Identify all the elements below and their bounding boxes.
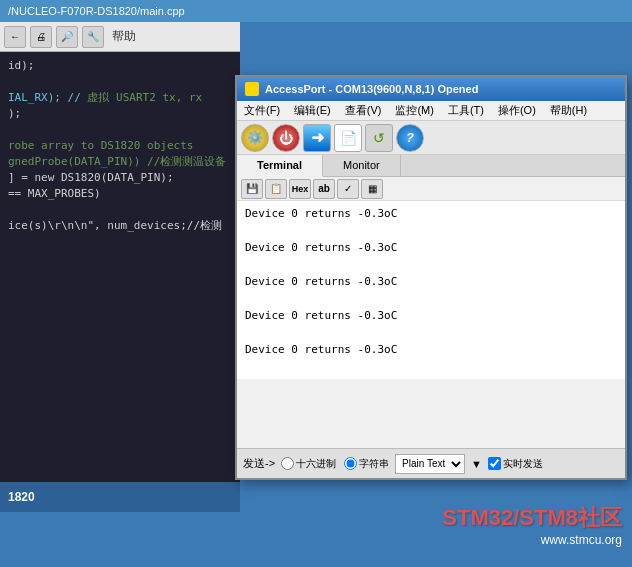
- ide-title-text: /NUCLEO-F070R-DS1820/main.cpp: [8, 5, 185, 17]
- ide-print-btn[interactable]: 🖨: [30, 26, 52, 48]
- ap-menu-file[interactable]: 文件(F): [241, 103, 283, 118]
- ap-ascii-btn[interactable]: ab: [313, 179, 335, 199]
- code-line-10: [0, 202, 240, 218]
- ap-realtime-label: 实时发送: [503, 457, 543, 471]
- ide-back-btn[interactable]: ←: [4, 26, 26, 48]
- ap-window-icon: [245, 82, 259, 96]
- terminal-line-10: [245, 358, 617, 375]
- ap-menu-tools[interactable]: 工具(T): [445, 103, 487, 118]
- ap-doc-btn[interactable]: 📄: [334, 124, 362, 152]
- ap-realtime-checkbox[interactable]: [488, 457, 501, 470]
- ide-code-area: id); IAL_RX); // 虚拟 USART2 tx, rx ); rob…: [0, 52, 240, 482]
- terminal-line-9: Device 0 returns -0.3oC: [245, 341, 617, 358]
- ap-save-btn[interactable]: 💾: [241, 179, 263, 199]
- ap-title-text: AccessPort - COM13(9600,N,8,1) Opened: [265, 83, 478, 95]
- ap-grid-btn[interactable]: ▦: [361, 179, 383, 199]
- ap-menu-monitor[interactable]: 监控(M): [392, 103, 437, 118]
- ap-text-format-dropdown[interactable]: Plain Text: [395, 454, 465, 474]
- ap-radio-str[interactable]: 字符串: [344, 457, 389, 471]
- ide-search-btn[interactable]: 🔎: [56, 26, 78, 48]
- ap-radio-hex[interactable]: 十六进制: [281, 457, 336, 471]
- ide-tool-btn[interactable]: 🔧: [82, 26, 104, 48]
- terminal-line-8: [245, 324, 617, 341]
- ap-titlebar: AccessPort - COM13(9600,N,8,1) Opened: [237, 77, 625, 101]
- code-line-1: id);: [0, 58, 240, 74]
- ap-refresh-btn[interactable]: ↺: [365, 124, 393, 152]
- watermark-title: STM32/STM8社区: [442, 503, 622, 533]
- code-line-2: [0, 74, 240, 90]
- ap-realtime-send[interactable]: 实时发送: [488, 457, 543, 471]
- ide-bottom-bar: 1820: [0, 482, 240, 512]
- ap-send-bar: 发送-> 十六进制 字符串 Plain Text ▼ 实时发送: [237, 448, 625, 478]
- terminal-line-11: Device 0 returns -0.3oC: [245, 375, 617, 379]
- code-line-4: );: [0, 106, 240, 122]
- code-line-9: == MAX_PROBES): [0, 186, 240, 202]
- ap-hex-btn[interactable]: Hex: [289, 179, 311, 199]
- ap-radio-hex-input[interactable]: [281, 457, 294, 470]
- terminal-line-2: [245, 222, 617, 239]
- code-line-7: gnedProbe(DATA_PIN)) //检测测温设备: [0, 154, 240, 170]
- ide-toolbar: ← 🖨 🔎 🔧 帮助: [0, 22, 240, 52]
- terminal-line-6: [245, 290, 617, 307]
- ap-radio-group: 十六进制 字符串: [281, 457, 389, 471]
- ap-radio-str-label: 字符串: [359, 457, 389, 471]
- code-line-3: IAL_RX); // 虚拟 USART2 tx, rx: [0, 90, 240, 106]
- ap-toolbar2: 💾 📋 Hex ab ✓ ▦: [237, 177, 625, 201]
- code-line-11: ice(s)\r\n\n", num_devices;//检测: [0, 218, 240, 234]
- accessport-window: AccessPort - COM13(9600,N,8,1) Opened 文件…: [235, 75, 627, 480]
- ap-power-btn[interactable]: ⏻: [272, 124, 300, 152]
- ide-titlebar: /NUCLEO-F070R-DS1820/main.cpp: [0, 0, 632, 22]
- ap-menu-operate[interactable]: 操作(O): [495, 103, 539, 118]
- ap-menubar: 文件(F) 编辑(E) 查看(V) 监控(M) 工具(T) 操作(O) 帮助(H…: [237, 101, 625, 121]
- terminal-line-4: [245, 256, 617, 273]
- ap-copy-btn[interactable]: 📋: [265, 179, 287, 199]
- watermark-area: STM32/STM8社区 www.stmcu.org: [442, 503, 622, 547]
- terminal-line-3: Device 0 returns -0.3oC: [245, 239, 617, 256]
- ap-terminal[interactable]: Device 0 returns -0.3oC Device 0 returns…: [237, 201, 625, 379]
- code-line-5: [0, 122, 240, 138]
- ap-send-label: 发送->: [243, 456, 275, 471]
- ap-menu-help[interactable]: 帮助(H): [547, 103, 590, 118]
- ide-bottom-text: 1820: [8, 490, 35, 504]
- terminal-line-5: Device 0 returns -0.3oC: [245, 273, 617, 290]
- ap-settings-btn[interactable]: ⚙️: [241, 124, 269, 152]
- ap-tab-terminal[interactable]: Terminal: [237, 155, 323, 177]
- ap-help-btn[interactable]: ?: [396, 124, 424, 152]
- ap-check-btn[interactable]: ✓: [337, 179, 359, 199]
- ap-tabs: Terminal Monitor: [237, 155, 625, 177]
- ap-tab-monitor[interactable]: Monitor: [323, 155, 401, 176]
- ide-help-label[interactable]: 帮助: [108, 28, 140, 45]
- ap-toolbar: ⚙️ ⏻ ➜ 📄 ↺ ?: [237, 121, 625, 155]
- terminal-line-1: Device 0 returns -0.3oC: [245, 205, 617, 222]
- ap-dropdown-arrow-icon: ▼: [471, 458, 482, 470]
- ap-connect-btn[interactable]: ➜: [303, 124, 331, 152]
- watermark-url: www.stmcu.org: [442, 533, 622, 547]
- ap-radio-str-input[interactable]: [344, 457, 357, 470]
- ap-menu-view[interactable]: 查看(V): [342, 103, 385, 118]
- code-line-8: ] = new DS1820(DATA_PIN);: [0, 170, 240, 186]
- ap-radio-hex-label: 十六进制: [296, 457, 336, 471]
- terminal-line-7: Device 0 returns -0.3oC: [245, 307, 617, 324]
- ap-menu-edit[interactable]: 编辑(E): [291, 103, 334, 118]
- code-line-6: robe array to DS1820 objects: [0, 138, 240, 154]
